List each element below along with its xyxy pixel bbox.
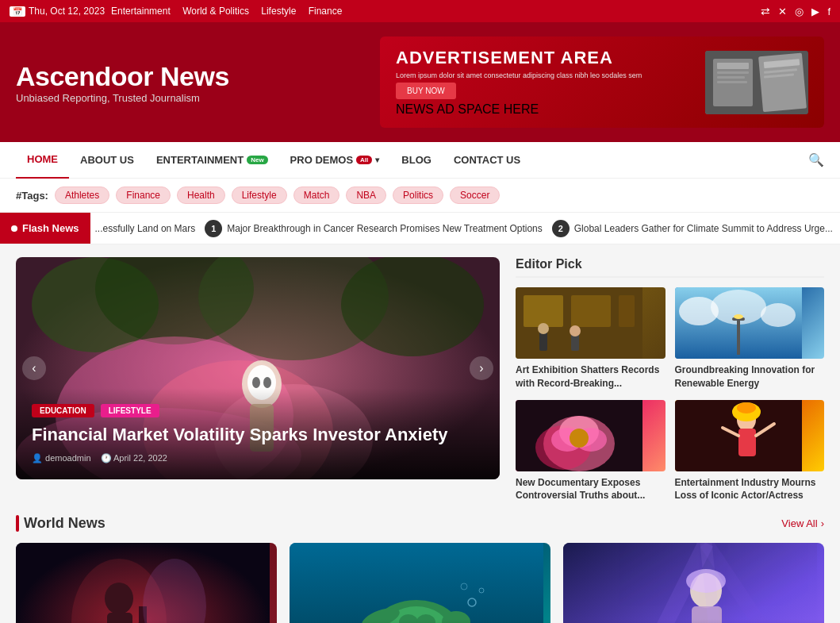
flash-bar: Flash News ...essfully Land on Mars 1 Ma… [0, 213, 840, 244]
logo-area: Ascendoor News Unbiased Reporting, Trust… [16, 61, 229, 104]
svg-point-31 [570, 325, 581, 336]
instagram-icon[interactable]: ◎ [795, 6, 804, 17]
editor-grid: Art Exhibition Shatters Records with Rec… [516, 287, 824, 502]
flash-item-0: ...essfully Land on Mars [95, 223, 196, 234]
svg-point-29 [538, 323, 549, 334]
svg-point-45 [570, 429, 589, 448]
tag-politics[interactable]: Politics [393, 187, 443, 204]
slider-prev-button[interactable]: ‹ [22, 356, 46, 380]
editor-card-image-0 [516, 287, 665, 359]
world-news-title: World News [16, 515, 105, 532]
ad-text: ADVERTISEMENT AREA Lorem ipsum dolor sit… [396, 48, 642, 117]
ad-description: Lorem ipsum dolor sit amet consectetur a… [396, 71, 642, 79]
news-card-0[interactable]: FINANCE WORLD & POLITICS Major Breakthro… [16, 543, 277, 623]
dropdown-arrow-icon: ▾ [375, 156, 379, 164]
ad-title: ADVERTISEMENT AREA [396, 48, 642, 68]
search-icon[interactable]: 🔍 [808, 152, 824, 167]
news-card-1[interactable]: LIFESTYLE TRAVEL Global Leaders Gather f… [290, 543, 550, 623]
hero-slider: EDUCATION LIFESTYLE Financial Market Vol… [16, 257, 500, 479]
svg-rect-27 [619, 295, 635, 327]
calendar-icon: 📅 [10, 6, 25, 17]
nav-blog[interactable]: BLOG [390, 142, 443, 179]
editor-card-image-1 [675, 287, 825, 359]
news-card-overlay-0: FINANCE WORLD & POLITICS Major Breakthro… [16, 619, 277, 623]
top-nav-item-lifestyle[interactable]: Lifestyle [261, 6, 296, 17]
svg-rect-48 [738, 429, 756, 456]
tags-bar: #Tags: Athletes Finance Health Lifestyle… [0, 179, 840, 213]
editor-card-title-2: New Documentary Exposes Controversial Tr… [516, 476, 665, 503]
tag-match[interactable]: Match [293, 187, 340, 204]
flash-dot-icon [11, 225, 17, 232]
hero-author: 👤 demoadmin [32, 453, 91, 463]
svg-rect-36 [737, 319, 740, 355]
nav-pro-demos[interactable]: PRO DEMOS All ▾ [279, 142, 391, 179]
nav-entertainment[interactable]: ENTERTAINMENT New [145, 142, 279, 179]
editor-card-1[interactable]: Groundbreaking Innovation for Renewable … [675, 287, 825, 390]
news-card-overlay-1: LIFESTYLE TRAVEL Global Leaders Gather f… [290, 619, 550, 623]
nav-about[interactable]: ABOUT US [69, 142, 145, 179]
nav-links: HOME ABOUT US ENTERTAINMENT New PRO DEMO… [16, 142, 531, 179]
news-card-2[interactable]: ENTERTAINMENT LIFESTYLE Tech Giant Unvei… [563, 543, 824, 623]
header: Ascendoor News Unbiased Reporting, Trust… [0, 22, 840, 142]
twitter-x-icon[interactable]: ✕ [778, 6, 787, 17]
tag-finance[interactable]: Finance [116, 187, 171, 204]
news-card-overlay-2: ENTERTAINMENT LIFESTYLE Tech Giant Unvei… [563, 619, 824, 623]
entertainment-badge: New [247, 156, 267, 164]
tag-lifestyle[interactable]: Lifestyle [232, 187, 287, 204]
editor-card-title-0: Art Exhibition Shatters Records with Rec… [516, 363, 665, 390]
facebook-icon[interactable]: f [827, 6, 830, 17]
svg-rect-4 [717, 76, 745, 79]
hero-date: 🕐 April 22, 2022 [101, 453, 167, 463]
tag-health[interactable]: Health [177, 187, 225, 204]
view-all-arrow-icon: › [821, 517, 824, 529]
top-nav: Entertainment World & Politics Lifestyle… [111, 6, 342, 17]
nav-contact[interactable]: CONTACT US [443, 142, 531, 179]
tags-label: #Tags: [16, 190, 48, 202]
ad-banner: ADVERTISEMENT AREA Lorem ipsum dolor sit… [380, 37, 824, 128]
flash-num-1: 1 [205, 220, 222, 237]
ad-space-label: NEWS AD SPACE HERE [396, 102, 642, 117]
ad-image [705, 51, 808, 114]
editor-card-3[interactable]: Entertainment Industry Mourns Loss of Ic… [675, 400, 825, 503]
hero-title: Financial Market Volatility Sparks Inves… [32, 424, 484, 447]
youtube-icon[interactable]: ▶ [811, 6, 819, 17]
top-nav-item-entertainment[interactable]: Entertainment [111, 6, 171, 17]
date-text: Thu, Oct 12, 2023 [29, 6, 105, 17]
slider-next-button[interactable]: › [470, 356, 493, 380]
pro-demos-badge: All [356, 156, 372, 164]
social-icons: ⇄ ✕ ◎ ▶ f [761, 5, 830, 17]
top-bar-date: 📅 Thu, Oct 12, 2023 [10, 6, 105, 17]
nav-home[interactable]: HOME [16, 142, 69, 179]
svg-point-50 [737, 402, 756, 413]
editor-card-2[interactable]: New Documentary Exposes Controversial Tr… [516, 400, 665, 503]
svg-rect-5 [717, 81, 747, 83]
flash-items: ...essfully Land on Mars 1 Major Breakth… [90, 220, 840, 237]
tag-soccer[interactable]: Soccer [450, 187, 500, 204]
editor-card-0[interactable]: Art Exhibition Shatters Records with Rec… [516, 287, 665, 390]
svg-rect-2 [717, 63, 749, 69]
top-bar: 📅 Thu, Oct 12, 2023 Entertainment World … [0, 0, 840, 22]
top-nav-item-finance[interactable]: Finance [309, 6, 343, 17]
editor-card-title-1: Groundbreaking Innovation for Renewable … [675, 363, 825, 390]
hero-badge-education: EDUCATION [32, 404, 94, 417]
shuffle-icon[interactable]: ⇄ [761, 5, 770, 17]
hero-badge-lifestyle: LIFESTYLE [101, 404, 159, 417]
flash-item-2: Global Leaders Gather for Climate Summit… [574, 223, 833, 234]
news-card-image-0 [16, 543, 277, 623]
world-news: World News View All › [0, 515, 840, 623]
ad-buy-button[interactable]: BUY NOW [396, 83, 456, 99]
hero-meta: 👤 demoadmin 🕐 April 22, 2022 [32, 453, 484, 463]
hero-overlay: EDUCATION LIFESTYLE Financial Market Vol… [16, 388, 500, 479]
newspaper-graphic [705, 51, 808, 114]
tag-nba[interactable]: NBA [346, 187, 386, 204]
tag-athletes[interactable]: Athletes [55, 187, 109, 204]
world-news-view-all[interactable]: View All › [781, 517, 824, 529]
svg-point-22 [252, 377, 260, 388]
editor-card-image-3 [675, 400, 825, 471]
hero-badges: EDUCATION LIFESTYLE [32, 404, 484, 417]
top-bar-left: 📅 Thu, Oct 12, 2023 Entertainment World … [10, 6, 342, 17]
site-logo: Ascendoor News [16, 61, 229, 92]
top-nav-item-world[interactable]: World & Politics [182, 6, 249, 17]
news-card-image-1 [290, 543, 550, 623]
news-grid: FINANCE WORLD & POLITICS Major Breakthro… [16, 543, 824, 623]
